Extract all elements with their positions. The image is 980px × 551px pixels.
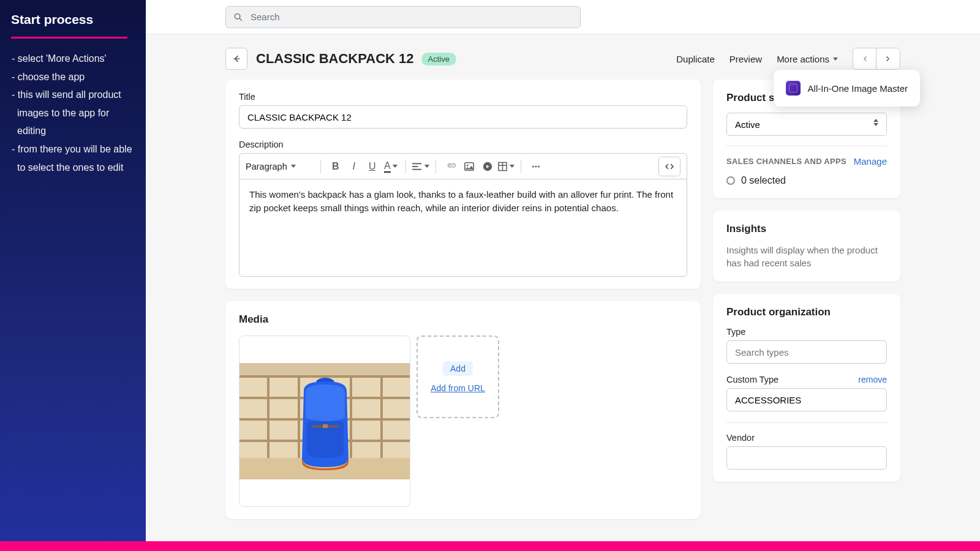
- title-desc-card: Title Description Paragraph B I: [225, 80, 701, 289]
- chevron-down-icon: [291, 165, 296, 168]
- right-column: Product status SALES CHANNELS AND APPS M…: [713, 80, 900, 519]
- description-label: Description: [239, 140, 687, 149]
- vendor-input[interactable]: [726, 446, 887, 470]
- main-panel: CLASSIC BACKPACK 12 Active Duplicate Pre…: [146, 0, 980, 551]
- table-button[interactable]: [497, 157, 514, 176]
- title-label: Title: [239, 92, 687, 102]
- sidebar-step: - this will send all product images to t…: [11, 86, 135, 140]
- status-badge: Active: [421, 53, 456, 66]
- separator: [405, 160, 406, 173]
- bold-button[interactable]: B: [327, 157, 344, 176]
- back-button[interactable]: [225, 48, 247, 70]
- svg-rect-19: [267, 375, 270, 458]
- separator: [435, 160, 436, 173]
- page-title: CLASSIC BACKPACK 12: [256, 51, 414, 67]
- chevron-down-icon: [833, 58, 838, 61]
- svg-rect-0: [234, 58, 240, 59]
- insights-card: Insights Insights will display when the …: [713, 211, 900, 282]
- app-icon: [786, 81, 801, 96]
- align-icon: [412, 161, 423, 172]
- code-icon: [664, 161, 675, 172]
- svg-rect-2: [412, 166, 418, 167]
- image-button[interactable]: [461, 157, 478, 176]
- svg-rect-22: [380, 375, 383, 458]
- chevron-left-icon: [861, 54, 869, 63]
- custom-type-label: Custom Type: [726, 375, 778, 384]
- add-from-url-link[interactable]: Add from URL: [431, 383, 485, 393]
- org-title: Product organization: [726, 306, 887, 318]
- text-color-button[interactable]: A: [382, 157, 399, 176]
- search-icon: [233, 12, 244, 23]
- dropdown-item-app[interactable]: All-In-One Image Master: [780, 76, 914, 100]
- status-select[interactable]: [726, 113, 887, 136]
- remove-link[interactable]: remove: [858, 375, 887, 384]
- topbar: [146, 0, 980, 34]
- header-actions: Duplicate Preview More actions: [676, 48, 900, 70]
- more-button[interactable]: [527, 157, 545, 176]
- vendor-label: Vendor: [726, 433, 887, 443]
- custom-type-input[interactable]: [726, 388, 887, 411]
- radio-icon: [726, 176, 735, 185]
- svg-point-5: [467, 164, 469, 166]
- nav-arrows: [853, 48, 900, 70]
- selected-count: 0 selected: [741, 175, 786, 186]
- sidebar-step: - select 'More Actions': [11, 50, 135, 68]
- type-label: Type: [726, 327, 887, 337]
- sidebar-underline: [11, 37, 127, 39]
- block-style-label: Paragraph: [246, 162, 287, 171]
- media-dropzone[interactable]: Add Add from URL: [417, 335, 499, 418]
- add-media-button[interactable]: Add: [443, 361, 473, 376]
- media-image: [239, 363, 410, 479]
- backpack-illustration: [239, 363, 410, 479]
- more-actions-button[interactable]: More actions: [777, 54, 838, 64]
- insights-body: Insights will display when the product h…: [726, 244, 887, 269]
- arrow-left-icon: [231, 53, 242, 64]
- svg-rect-26: [323, 424, 328, 428]
- svg-point-11: [535, 165, 537, 167]
- search-input[interactable]: [225, 6, 581, 28]
- media-title: Media: [239, 313, 687, 326]
- media-card: Media: [225, 301, 701, 519]
- manage-link[interactable]: Manage: [854, 156, 887, 167]
- svg-rect-21: [350, 375, 352, 458]
- prev-button[interactable]: [853, 48, 876, 69]
- sidebar-step: - from there you will be able to select …: [11, 140, 135, 176]
- block-style-select[interactable]: Paragraph: [246, 162, 311, 171]
- underline-button[interactable]: U: [364, 157, 381, 176]
- svg-point-12: [538, 165, 540, 167]
- chevron-down-icon: [510, 165, 514, 168]
- more-actions-label: More actions: [777, 54, 829, 64]
- sidebar-title: Start process: [11, 12, 135, 27]
- media-row: Add Add from URL: [239, 335, 687, 507]
- svg-rect-3: [412, 168, 421, 170]
- type-input[interactable]: [726, 340, 887, 364]
- link-icon: [445, 161, 456, 172]
- duplicate-button[interactable]: Duplicate: [676, 54, 715, 64]
- description-editor[interactable]: This women's backpack has a glam look, t…: [239, 179, 687, 277]
- video-button[interactable]: [479, 157, 496, 176]
- media-thumbnail[interactable]: [239, 335, 410, 507]
- align-button[interactable]: [412, 157, 429, 176]
- italic-button[interactable]: I: [345, 157, 363, 176]
- left-column: Title Description Paragraph B I: [225, 80, 701, 519]
- rte-toolbar: Paragraph B I U A: [239, 153, 687, 179]
- table-icon: [497, 161, 508, 172]
- preview-button[interactable]: Preview: [729, 54, 762, 64]
- organization-card: Product organization Type Custom Type re…: [713, 294, 900, 482]
- more-actions-dropdown: All-In-One Image Master: [774, 70, 920, 107]
- code-view-button[interactable]: [658, 157, 680, 176]
- bottom-accent-bar: [0, 541, 980, 551]
- sidebar-step: - choose the app: [11, 68, 135, 86]
- image-icon: [464, 161, 475, 172]
- dropdown-item-label: All-In-One Image Master: [808, 83, 908, 94]
- svg-point-10: [532, 165, 534, 167]
- next-button[interactable]: [876, 48, 900, 69]
- dots-icon: [530, 161, 541, 172]
- content: Title Description Paragraph B I: [146, 80, 980, 544]
- page-header: CLASSIC BACKPACK 12 Active Duplicate Pre…: [146, 34, 980, 80]
- chevron-down-icon: [393, 165, 398, 168]
- title-input[interactable]: [239, 105, 687, 129]
- svg-rect-1: [412, 163, 421, 164]
- link-button[interactable]: [442, 157, 459, 176]
- svg-rect-15: [239, 375, 410, 378]
